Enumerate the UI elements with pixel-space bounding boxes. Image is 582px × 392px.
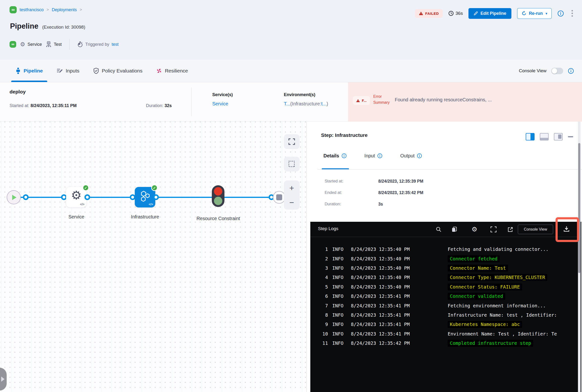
tab-resilience[interactable]: Resilience	[156, 60, 188, 82]
bottom-view-icon[interactable]	[540, 133, 548, 140]
page-header: ∞ testfrancisco > Deployments > Pipeline…	[0, 0, 582, 60]
infrastructure-icon	[46, 41, 52, 48]
tab-input[interactable]: Input	[364, 153, 382, 158]
hexagons-icon	[139, 190, 151, 202]
page-title: Pipeline	[10, 22, 39, 30]
info-icon	[417, 153, 422, 158]
stop-icon	[276, 194, 282, 200]
console-view-button[interactable]: Console View	[518, 224, 553, 234]
refresh-icon	[522, 11, 526, 16]
log-line: 6INFO8/24/2023 12:35:41 PMConnector vali…	[310, 292, 581, 301]
traffic-green-light	[214, 197, 222, 205]
info-icon[interactable]	[557, 10, 564, 17]
search-logs-icon[interactable]	[435, 226, 442, 233]
service-tag[interactable]: ⚙ Service	[20, 42, 42, 47]
clock-icon	[448, 11, 454, 16]
code-icon: </>	[80, 202, 85, 206]
left-panel-expander[interactable]	[0, 368, 7, 390]
title-row: Pipeline (Execution Id: 30098)	[10, 22, 85, 30]
tab-resilience-label: Resilience	[165, 68, 188, 74]
warning-triangle-icon	[356, 99, 360, 102]
stage-duration: Duration: 32s	[146, 103, 172, 108]
floating-view-icon[interactable]	[554, 133, 563, 140]
pipeline-graph-canvas[interactable]: ⚙ </> ✓ Service </> ✓ Infrastructure Res…	[0, 122, 306, 392]
triggered-by-user-link[interactable]: test	[112, 42, 119, 47]
console-view-toggle[interactable]	[551, 68, 563, 74]
node-resource-constraint[interactable]	[212, 185, 224, 207]
node-infrastructure[interactable]: </> ✓	[135, 187, 155, 208]
edit-pipeline-label: Edit Pipeline	[480, 11, 506, 16]
log-line: 9INFO8/24/2023 12:35:41 PMKubernetes Nam…	[310, 320, 581, 329]
download-logs-icon[interactable]	[563, 225, 570, 233]
environments-header: Environment(s)	[284, 92, 328, 97]
info-icon[interactable]	[568, 68, 574, 74]
log-line: 5INFO8/24/2023 12:35:40 PMConnector Stat…	[310, 282, 581, 292]
triggered-by-label: Triggered by	[85, 42, 109, 47]
stage-started: Started at: 8/24/2023, 12:35:11 PM	[10, 103, 77, 108]
caret-down-icon: ▾	[545, 12, 547, 15]
tab-pipeline[interactable]: Pipeline	[16, 60, 43, 82]
breadcrumb: ∞ testfrancisco > Deployments >	[10, 6, 82, 13]
expand-arrow-icon	[1, 376, 5, 382]
detail-started: Started at:8/24/2023, 12:35:39 PM	[325, 179, 343, 184]
more-options-icon[interactable]	[569, 9, 575, 18]
edge-port	[85, 194, 90, 200]
stage-summary-bar: deploy Started at: 8/24/2023, 12:35:11 P…	[0, 82, 582, 122]
panel-layout-controls	[526, 133, 573, 140]
warning-triangle-icon	[419, 12, 423, 15]
zoom-in-button[interactable]: +	[289, 184, 294, 192]
expand-logs-icon[interactable]	[490, 226, 497, 233]
services-column: Service(s) Service	[212, 92, 233, 106]
pipeline-start-node[interactable]	[7, 190, 21, 204]
breadcrumb-deployments-link[interactable]: Deployments	[52, 8, 77, 12]
open-in-new-tab-icon[interactable]	[506, 226, 514, 233]
tab-details[interactable]: Details	[323, 153, 347, 158]
node-label-infrastructure: Infrastructure	[125, 214, 165, 220]
panel-scrollbar	[578, 122, 580, 392]
log-lines[interactable]: 1INFO8/24/2023 12:35:40 PMFetching and v…	[310, 245, 581, 392]
log-line: 2INFO8/24/2023 12:35:40 PMConnector fetc…	[310, 254, 581, 263]
canvas-fullscreen-button[interactable]	[284, 134, 300, 149]
tab-inputs[interactable]: Inputs	[57, 60, 80, 82]
inputs-icon	[57, 68, 63, 74]
tab-output[interactable]: Output	[400, 153, 422, 158]
services-header: Service(s)	[212, 92, 233, 97]
edit-pipeline-button[interactable]: Edit Pipeline	[468, 8, 511, 19]
info-icon	[342, 153, 347, 158]
chevron-right-icon: >	[80, 8, 82, 12]
environment-tag[interactable]: Test	[46, 41, 62, 48]
divider	[191, 88, 192, 116]
log-line: 4INFO8/24/2023 12:35:40 PMConnector Type…	[310, 273, 581, 282]
log-settings-icon[interactable]: ⚙	[471, 226, 478, 233]
execution-id: (Execution Id: 30098)	[42, 24, 85, 30]
status-badge-label: FAILED	[425, 12, 439, 16]
scrollbar-thumb[interactable]	[578, 143, 580, 273]
console-view-control: Console View	[519, 60, 574, 82]
tab-inputs-label: Inputs	[66, 68, 80, 74]
rerun-button[interactable]: Re-run ▾	[517, 8, 552, 19]
environment-link[interactable]: T...(Infrastructure:t...)	[284, 101, 328, 106]
log-line: 11INFO8/24/2023 12:35:42 PMCompleted inf…	[310, 338, 581, 348]
tab-details-label: Details	[323, 153, 339, 158]
minimize-panel-icon[interactable]	[568, 136, 573, 137]
step-details-panel: Step: Infrastructure Details Input	[306, 122, 582, 392]
breadcrumb-project-link[interactable]: testfrancisco	[20, 8, 44, 12]
zoom-out-button[interactable]: −	[289, 198, 294, 206]
service-link[interactable]: Service	[212, 101, 233, 106]
harness-logo-icon: ∞	[10, 41, 16, 48]
shield-check-icon	[93, 68, 99, 74]
split-view-icon[interactable]	[526, 133, 534, 140]
code-icon: </>	[149, 202, 153, 206]
edge-port	[153, 194, 159, 200]
step-logs-title: Step Logs	[318, 226, 338, 231]
pencil-icon	[474, 11, 478, 16]
node-service[interactable]: ⚙ </> ✓	[66, 187, 87, 208]
tab-policy-evaluations[interactable]: Policy Evaluations	[93, 60, 142, 82]
trigger-info: Triggered by test	[77, 41, 119, 48]
environments-column: Environment(s) T...(Infrastructure:t...)	[284, 92, 328, 106]
pipeline-meta-row: ∞ ⚙ Service Test	[10, 39, 119, 50]
canvas-select-button[interactable]	[284, 157, 300, 172]
gear-icon: ⚙	[20, 42, 25, 47]
copy-logs-icon[interactable]	[451, 226, 458, 233]
tab-policy-label: Policy Evaluations	[102, 68, 142, 74]
